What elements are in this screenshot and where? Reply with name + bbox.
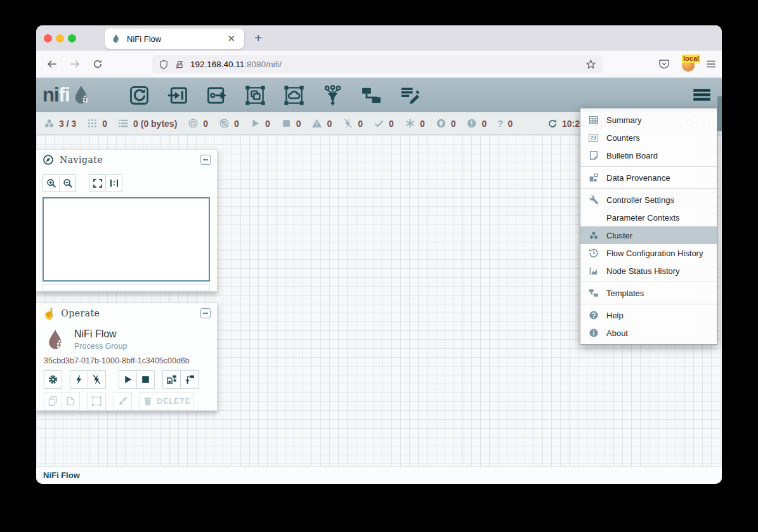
change-color-button[interactable] [114, 392, 132, 410]
menu-item-templates[interactable]: Templates [580, 284, 717, 302]
operate-title: Operate [61, 308, 200, 318]
output-port-component-icon[interactable] [206, 85, 227, 106]
paste-button[interactable] [62, 392, 80, 410]
template-component-icon[interactable] [361, 85, 382, 106]
browser-tab[interactable]: NiFi Flow ✕ [105, 29, 244, 49]
copy-button[interactable] [44, 392, 62, 410]
bulletin-board-icon [589, 150, 599, 160]
global-menu: Summary 23Counters Bulletin Board Data P… [580, 108, 717, 345]
back-icon[interactable] [46, 58, 58, 70]
start-button[interactable] [119, 370, 137, 389]
stop-button[interactable] [136, 370, 155, 389]
processor-component-icon[interactable] [129, 85, 150, 106]
minimize-window-button[interactable] [56, 34, 64, 42]
menu-item-cluster[interactable]: Cluster [580, 226, 717, 244]
zoom-actual-size-button[interactable] [105, 174, 122, 191]
menu-item-node-status-history[interactable]: Node Status History [580, 262, 717, 280]
menu-separator [580, 304, 717, 304]
firefox-menu-icon[interactable] [705, 58, 717, 70]
queued-icon [118, 118, 129, 129]
zoom-fit-button[interactable] [89, 174, 106, 191]
url-host: 192.168.40.11 [190, 60, 244, 69]
disable-button[interactable] [88, 370, 106, 389]
tab-title: NiFi Flow [127, 34, 225, 44]
menu-item-bulletin-board[interactable]: Bulletin Board [580, 146, 717, 164]
refresh-icon[interactable] [547, 119, 558, 129]
running-icon [250, 118, 261, 129]
menu-separator [580, 188, 717, 189]
enable-button[interactable] [70, 370, 88, 389]
birdseye-brush[interactable] [42, 284, 210, 291]
stopped-status: 0 [281, 118, 301, 129]
process-group-component-icon[interactable] [245, 85, 266, 106]
locally-modified-stale-icon [466, 118, 477, 129]
group-button[interactable] [88, 392, 106, 410]
menu-separator [580, 166, 717, 167]
bookmark-star-icon[interactable] [585, 59, 596, 70]
zoom-in-button[interactable] [42, 174, 60, 191]
nifi-favicon-icon [111, 34, 121, 44]
reload-icon[interactable] [92, 58, 103, 70]
navigate-collapse-button[interactable] [200, 155, 211, 165]
compass-icon [42, 154, 54, 165]
menu-item-data-provenance[interactable]: Data Provenance [580, 169, 717, 186]
cluster-icon [44, 118, 55, 129]
navigate-title: Navigate [60, 155, 200, 165]
scrollbar-thumb[interactable] [717, 96, 722, 131]
label-component-icon[interactable] [400, 85, 421, 106]
shield-icon[interactable] [159, 60, 169, 70]
menu-item-help[interactable]: Help [580, 306, 717, 324]
extension-button[interactable]: local [681, 56, 697, 73]
operate-collapse-button[interactable] [200, 308, 211, 318]
cluster-menu-icon [589, 230, 599, 240]
up-to-date-icon [374, 118, 384, 129]
menu-item-parameter-contexts[interactable]: Parameter Contexts [580, 209, 717, 226]
browser-tab-bar: NiFi Flow ✕ + [36, 25, 722, 51]
nifi-drop-icon [70, 84, 92, 106]
tab-close-icon[interactable]: ✕ [225, 33, 238, 44]
menu-item-summary[interactable]: Summary [580, 111, 717, 129]
zoom-out-button[interactable] [59, 174, 76, 191]
browser-navbar: 192.168.40.11:8080/nifi/ local [36, 51, 722, 78]
global-menu-button[interactable] [693, 89, 710, 102]
forward-icon[interactable] [69, 58, 81, 70]
stale-status: 0 [436, 118, 456, 129]
menu-item-counters[interactable]: 23Counters [580, 129, 717, 146]
nifi-toolbar: nifi [36, 78, 722, 112]
url-bar[interactable]: 192.168.40.11:8080/nifi/ [152, 55, 603, 74]
delete-button[interactable]: DELETE [140, 392, 194, 410]
pocket-icon[interactable] [658, 58, 670, 70]
funnel-component-icon[interactable] [322, 85, 343, 106]
new-tab-button[interactable]: + [254, 30, 262, 46]
upload-template-button[interactable] [180, 370, 199, 389]
menu-item-controller-settings[interactable]: Controller Settings [580, 191, 717, 209]
node-status-history-icon [589, 266, 599, 276]
disabled-icon [343, 118, 353, 129]
locally-modified-status: 0 [405, 118, 425, 129]
menu-item-about[interactable]: About [580, 324, 717, 342]
stopped-icon [281, 118, 292, 129]
nifi-logo-text-dark: ni [42, 84, 59, 107]
about-icon [589, 328, 599, 338]
hand-pointer-icon: ☝ [42, 308, 56, 319]
process-group-drop-icon [44, 327, 67, 353]
selection-id[interactable]: 35cbd3b7-017b-1000-8bff-1c3405c00d6b [36, 353, 217, 365]
menu-item-flow-configuration-history[interactable]: Flow Configuration History [580, 244, 717, 262]
insecure-lock-icon[interactable] [174, 60, 185, 70]
birdseye-view[interactable] [42, 197, 210, 282]
url-suffix: :8080/nifi/ [244, 60, 282, 69]
data-provenance-icon [589, 172, 599, 183]
close-window-button[interactable] [44, 34, 52, 42]
disabled-status: 0 [343, 118, 363, 129]
navigate-panel: Navigate [36, 149, 218, 292]
maximize-window-button[interactable] [68, 34, 76, 42]
not-transmitting-icon [219, 118, 230, 129]
controller-settings-icon [589, 195, 599, 205]
selection-name: NiFi Flow [74, 328, 127, 340]
nifi-logo-text-light: fi [59, 84, 70, 107]
configure-button[interactable] [44, 370, 62, 389]
create-template-button[interactable] [162, 370, 181, 389]
remote-process-group-component-icon[interactable] [284, 85, 304, 106]
breadcrumb[interactable]: NiFi Flow [36, 466, 722, 484]
input-port-component-icon[interactable] [167, 85, 188, 106]
